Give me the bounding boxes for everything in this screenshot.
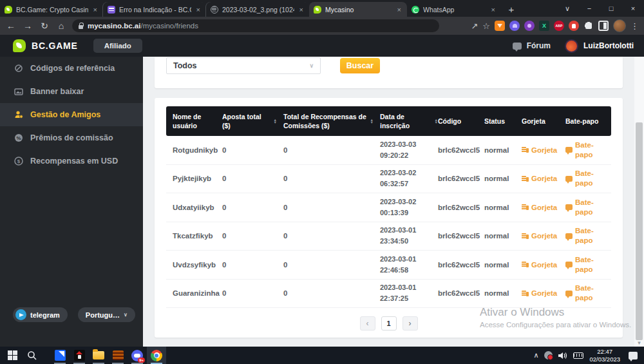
volume-icon[interactable] xyxy=(558,352,567,359)
taskbar-discord-app[interactable]: 9+ xyxy=(128,347,147,364)
taskbar-search-button[interactable] xyxy=(22,347,41,364)
search-button[interactable]: Buscar xyxy=(340,58,380,73)
close-tab-icon[interactable]: × xyxy=(195,6,202,14)
close-tab-icon[interactable]: × xyxy=(396,6,402,14)
cell-bet-total: 0 xyxy=(216,261,277,269)
new-tab-button[interactable]: + xyxy=(504,1,519,17)
cell-code: brlc62wccl5 xyxy=(438,146,484,154)
column-header-status: Status xyxy=(484,117,522,126)
coins-icon xyxy=(522,233,529,240)
username-label[interactable]: LuizBortolotti xyxy=(583,41,634,50)
sidebar-item-gestao-de-amigos[interactable]: Gestão de Amigos xyxy=(0,103,143,126)
tab-png-image[interactable]: 2023-03-02_3.png (1024×76 × xyxy=(206,2,309,17)
metamask-extension-icon[interactable] xyxy=(495,21,505,31)
column-header-data[interactable]: Data de inscrição ▲▼ xyxy=(374,112,438,130)
tip-link[interactable]: Gorjeta xyxy=(522,146,565,154)
sidebar-item-codigos-de-referencia[interactable]: Códigos de referência xyxy=(0,57,143,80)
close-tab-icon[interactable]: × xyxy=(490,6,497,14)
close-window-button[interactable]: × xyxy=(622,0,644,17)
taskbar-file-explorer[interactable] xyxy=(89,347,108,364)
tip-link[interactable]: Gorjeta xyxy=(522,175,565,182)
tab-whatsapp[interactable]: WhatsApp × xyxy=(407,2,501,17)
extensions-puzzle-icon[interactable] xyxy=(583,21,594,31)
url-field[interactable]: mycasino.bc.ai /mycasino/friends xyxy=(72,19,439,32)
chat-bubble-icon xyxy=(565,291,573,296)
user-avatar[interactable] xyxy=(565,39,578,53)
tab-mycasino-active[interactable]: Mycasino × xyxy=(309,2,407,17)
taskbar-clock[interactable]: 22:47 02/03/2023 xyxy=(589,348,620,363)
addressbar-right: ↗ ☆ X ABP ⋮ xyxy=(471,19,644,32)
taskbar-orange-app[interactable] xyxy=(108,347,128,364)
sidebar-item-premios-de-comissao[interactable]: % Prêmios de comissão xyxy=(0,126,143,149)
column-header-aposta[interactable]: Aposta total ($) ▲▼ xyxy=(216,112,277,130)
tip-link[interactable]: Gorjeta xyxy=(522,232,565,240)
telegram-button[interactable]: telegram xyxy=(13,307,68,322)
mouse-tray-icon[interactable] xyxy=(544,351,553,359)
taskbar-game-app[interactable] xyxy=(70,347,89,364)
browser-menu-kebab-icon[interactable]: ⋮ xyxy=(630,21,639,31)
tab-bcgame-casino[interactable]: BC.Game: Crypto Casino Gan × xyxy=(0,2,103,17)
next-page-button[interactable]: › xyxy=(402,316,418,330)
chat-link[interactable]: Bate-papo xyxy=(565,283,611,303)
cell-code: brlc62wccl5 xyxy=(438,175,484,182)
tip-link[interactable]: Gorjeta xyxy=(522,289,565,297)
close-tab-icon[interactable]: × xyxy=(92,6,99,14)
forum-link[interactable]: Fórum xyxy=(527,41,551,50)
scrollbar-thumb[interactable] xyxy=(636,122,643,340)
taskbar-amd-app[interactable] xyxy=(50,347,70,364)
window-controls: ∨ − □ × xyxy=(556,0,644,17)
purple-extension-icon[interactable] xyxy=(524,21,535,31)
filter-select[interactable]: Todos ∨ xyxy=(166,57,321,74)
share-icon[interactable]: ↗ xyxy=(471,21,478,31)
window-chevron-icon[interactable]: ∨ xyxy=(556,0,578,17)
afiliado-button[interactable]: Afiliado xyxy=(93,39,142,53)
scrollbar-down-arrow[interactable]: ▼ xyxy=(634,340,644,346)
column-header-recompensas[interactable]: Total de Recompensas de Comissões ($) ▲▼ xyxy=(277,112,374,130)
sidebar-item-recompensas-em-usd[interactable]: $ Recompensas em USD xyxy=(0,149,143,173)
phantom-extension-icon[interactable] xyxy=(509,21,520,31)
sidebar-item-banner-baixar[interactable]: Banner baixar xyxy=(0,80,143,103)
current-page[interactable]: 1 xyxy=(381,316,397,330)
bookmark-star-icon[interactable]: ☆ xyxy=(482,21,490,31)
tip-link[interactable]: Gorjeta xyxy=(522,261,565,269)
chat-bubble-icon xyxy=(565,176,573,182)
start-button[interactable] xyxy=(3,347,22,364)
link-icon xyxy=(14,64,23,73)
close-tab-icon[interactable]: × xyxy=(298,6,305,14)
chrome-icon xyxy=(151,350,162,361)
split-square-extension-icon[interactable] xyxy=(598,21,609,31)
x-extension-icon[interactable]: X xyxy=(539,21,549,31)
reload-icon[interactable]: ↻ xyxy=(36,21,53,31)
minimize-button[interactable]: − xyxy=(578,0,600,17)
cell-status: normal xyxy=(484,146,522,154)
tip-link[interactable]: Gorjeta xyxy=(522,204,565,211)
language-selector[interactable]: Portugu… ∨ xyxy=(78,307,135,322)
sidebar-item-label: Gestão de Amigos xyxy=(30,110,100,119)
page-scrollbar[interactable]: ▼ xyxy=(634,57,644,347)
touch-keyboard-icon[interactable] xyxy=(573,352,583,359)
bcgame-logo[interactable] xyxy=(13,39,26,52)
back-icon[interactable]: ← xyxy=(3,21,19,31)
tray-chevron-icon[interactable]: ∧ xyxy=(533,351,538,359)
chat-link[interactable]: Bate-papo xyxy=(565,226,611,245)
tab-erro-indicacao[interactable]: Erro na Indicação - BC.Game × xyxy=(103,2,206,17)
chat-link[interactable]: Bate-papo xyxy=(565,198,611,217)
adblock-plus-extension-icon[interactable]: ABP xyxy=(554,21,564,31)
table-row: Uvdzsyfikyb 0 0 2023-03-0122:46:58 brlc6… xyxy=(166,251,611,280)
main-content: Todos ∨ Buscar Nome de usuário Aposta to… xyxy=(143,57,634,347)
chat-link[interactable]: Bate-papo xyxy=(565,255,611,274)
action-center-icon[interactable] xyxy=(629,352,638,359)
forward-icon[interactable]: → xyxy=(19,21,36,31)
browser-profile-avatar[interactable] xyxy=(613,19,626,32)
cell-signup-date: 2023-03-0122:46:58 xyxy=(374,254,438,276)
red-hand-extension-icon[interactable] xyxy=(569,21,579,31)
system-tray: ∧ 22:47 02/03/2023 xyxy=(533,348,644,363)
chat-link[interactable]: Bate-papo xyxy=(565,140,611,160)
taskbar-chrome-app[interactable] xyxy=(147,347,166,364)
home-icon[interactable]: ⌂ xyxy=(53,21,70,31)
brand-title[interactable]: BC.GAME xyxy=(32,41,78,51)
chat-link[interactable]: Bate-papo xyxy=(565,169,611,188)
prev-page-button[interactable]: ‹ xyxy=(360,316,375,330)
maximize-button[interactable]: □ xyxy=(600,0,622,17)
chat-bubble-icon xyxy=(565,233,573,239)
